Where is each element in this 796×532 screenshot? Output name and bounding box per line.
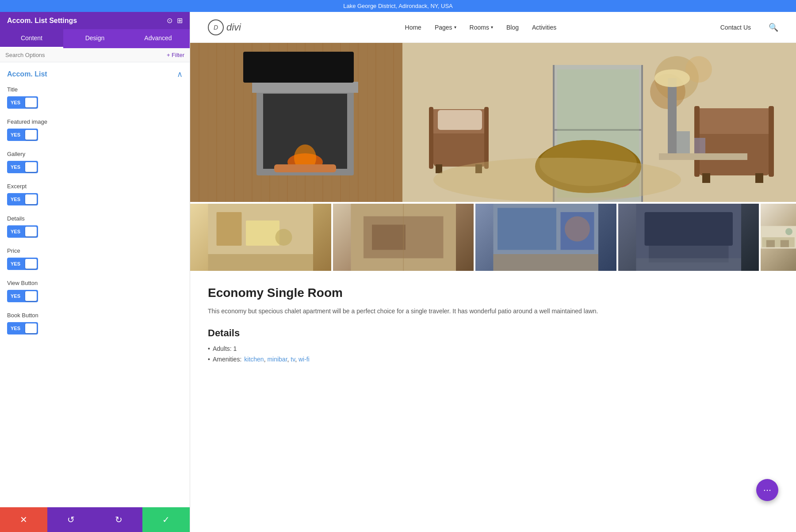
toggle-details-thumb [25, 227, 37, 236]
details-title: Details [208, 327, 778, 339]
gallery-item-3[interactable] [475, 204, 616, 271]
section-chevron-icon[interactable]: ∧ [177, 69, 183, 79]
logo-text: divi [226, 22, 241, 33]
pages-arrow-icon: ▾ [454, 25, 456, 30]
svg-point-58 [565, 217, 590, 242]
svg-rect-32 [702, 173, 710, 183]
option-title: Title YES [7, 86, 183, 109]
gallery-strip [190, 202, 796, 273]
filter-button[interactable]: + Filter [167, 52, 184, 58]
detail-adults: Adults: 1 [208, 345, 778, 352]
panel-content: Accom. List ∧ Title YES Featured image [0, 62, 190, 507]
svg-rect-60 [644, 212, 733, 246]
svg-rect-27 [438, 110, 482, 130]
amenity-wifi[interactable]: wi-fi [298, 356, 310, 363]
room-info: Economy Single Room This economy but spe… [190, 273, 796, 380]
section-header: Accom. List ∧ [7, 69, 183, 79]
toggle-title[interactable]: YES [7, 96, 38, 109]
toggle-book-button-container: YES [7, 322, 183, 334]
toggle-details-container: YES [7, 225, 183, 238]
toggle-details[interactable]: YES [7, 225, 38, 238]
panel-tabs: Content Design Advanced [0, 29, 190, 48]
svg-rect-48 [208, 254, 314, 271]
toggle-excerpt-thumb [25, 194, 37, 204]
save-button[interactable]: ✓ [142, 507, 190, 532]
toggle-gallery[interactable]: YES [7, 161, 38, 173]
svg-rect-62 [636, 258, 741, 271]
toggle-view-button-thumb [25, 291, 37, 301]
option-excerpt-label: Excerpt [7, 183, 183, 190]
tab-content[interactable]: Content [0, 29, 63, 48]
option-book-button-label: Book Button [7, 312, 183, 319]
toggle-price[interactable]: YES [7, 258, 38, 270]
toggle-view-button-container: YES [7, 290, 183, 302]
toggle-excerpt[interactable]: YES [7, 193, 38, 205]
svg-point-67 [785, 228, 792, 235]
svg-point-38 [654, 69, 690, 87]
toggle-book-button[interactable]: YES [7, 322, 38, 334]
svg-rect-39 [659, 153, 747, 160]
toggle-featured-image-thumb [25, 130, 37, 140]
gallery-item-5[interactable] [761, 204, 796, 271]
svg-rect-33 [755, 173, 763, 183]
top-bar-text: Lake George District, Adirondack, NY, US… [343, 3, 453, 9]
option-price-label: Price [7, 247, 183, 254]
svg-rect-65 [766, 240, 775, 247]
toggle-book-button-thumb [25, 323, 37, 333]
undo-button[interactable]: ↺ [47, 507, 95, 532]
nav-pages[interactable]: Pages ▾ [435, 24, 456, 31]
svg-rect-41 [694, 138, 705, 153]
amenity-kitchen[interactable]: kitchen [244, 356, 264, 363]
svg-rect-9 [243, 52, 354, 83]
svg-rect-8 [274, 164, 336, 172]
section-title: Accom. List [7, 70, 47, 78]
toggle-price-thumb [25, 259, 37, 269]
detail-amenities: Amenities: kitchen, minibar, tv, wi-fi [208, 356, 778, 363]
svg-rect-24 [484, 107, 489, 169]
nav-home[interactable]: Home [405, 24, 421, 31]
toggle-gallery-container: YES [7, 161, 183, 173]
toggle-title-container: YES [7, 96, 183, 109]
main-image [190, 43, 796, 202]
svg-rect-25 [436, 164, 442, 173]
toggle-view-button[interactable]: YES [7, 290, 38, 302]
toggle-price-container: YES [7, 258, 183, 270]
tab-design[interactable]: Design [63, 29, 126, 48]
svg-rect-66 [781, 240, 789, 247]
svg-rect-37 [668, 78, 677, 158]
toggle-featured-image[interactable]: YES [7, 129, 38, 141]
option-gallery-label: Gallery [7, 151, 183, 157]
toggle-gallery-thumb [25, 162, 37, 172]
option-excerpt: Excerpt YES [7, 183, 183, 205]
gallery-item-2[interactable] [333, 204, 474, 271]
nav-blog[interactable]: Blog [506, 24, 519, 31]
search-input[interactable] [5, 52, 163, 58]
amenity-tv[interactable]: tv [291, 356, 295, 363]
settings-icon[interactable]: ⊙ [167, 16, 172, 25]
layout-icon[interactable]: ⊞ [177, 16, 183, 25]
nav-search-icon[interactable]: 🔍 [769, 23, 778, 32]
nav-rooms[interactable]: Rooms ▾ [470, 24, 493, 31]
redo-button[interactable]: ↻ [95, 507, 142, 532]
amenity-minibar[interactable]: minibar [267, 356, 287, 363]
fab-button[interactable]: ··· [756, 479, 778, 501]
bottom-bar: ✕ ↺ ↻ ✓ [0, 507, 190, 532]
panel-header-icons: ⊙ ⊞ [167, 16, 183, 25]
nav-items: Home Pages ▾ Rooms ▾ Blog Activities [259, 24, 703, 31]
nav-activities[interactable]: Activities [532, 24, 556, 31]
svg-rect-55 [498, 208, 556, 250]
cancel-button[interactable]: ✕ [0, 507, 47, 532]
tab-advanced[interactable]: Advanced [126, 29, 190, 48]
toggle-featured-image-container: YES [7, 129, 183, 141]
room-title: Economy Single Room [208, 286, 778, 300]
svg-rect-23 [429, 107, 433, 169]
gallery-item-4[interactable] [618, 204, 759, 271]
option-gallery: Gallery YES [7, 151, 183, 173]
left-panel: Accom. List Settings ⊙ ⊞ Content Design … [0, 12, 190, 532]
nav-contact[interactable]: Contact Us [720, 24, 751, 31]
panel-title: Accom. List Settings [7, 17, 77, 25]
option-book-button: Book Button YES [7, 312, 183, 334]
gallery-item-1[interactable] [190, 204, 331, 271]
site-nav: D divi Home Pages ▾ Rooms ▾ Blog [190, 12, 796, 43]
toggle-excerpt-container: YES [7, 193, 183, 205]
